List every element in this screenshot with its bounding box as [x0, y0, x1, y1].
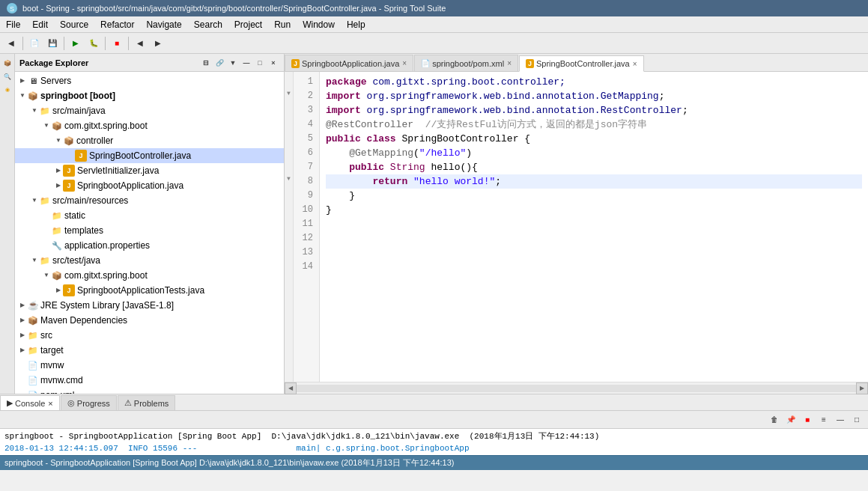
tree-item[interactable]: ▼📦springboot [boot] [15, 88, 284, 103]
console-tab-close[interactable]: × [48, 399, 52, 408]
fold-marker[interactable]: ▼ [285, 86, 293, 100]
tree-item[interactable]: ▼📦com.gitxt.spring.boot [15, 268, 284, 283]
tree-item[interactable]: ▼📦com.gitxt.spring.boot [15, 118, 284, 133]
tree-item[interactable]: ▶☕JRE System Library [JavaSE-1.8] [15, 298, 284, 313]
debug-button[interactable]: 🐛 [85, 35, 102, 52]
pe-collapse-all[interactable]: ⊟ [200, 57, 212, 69]
tree-item[interactable]: ▶JSpringbootApplication.java [15, 178, 284, 193]
tree-item[interactable]: ▶JSpringbootApplicationTests.java [15, 283, 284, 298]
tree-item[interactable]: 📁templates [15, 223, 284, 238]
menu-item-search[interactable]: Search [188, 18, 228, 31]
tree-item[interactable]: ▶📁target [15, 343, 284, 358]
search-icon[interactable]: 🔍 [1, 70, 13, 82]
code-editor[interactable]: ▼▼ 1234567891011121314 package com.gitxt… [285, 72, 868, 382]
tree-node-icon: 📁 [39, 195, 51, 207]
pe-close[interactable]: × [267, 57, 279, 69]
expand-arrow-icon[interactable]: ▶ [54, 166, 63, 175]
next-button[interactable]: ▶ [150, 35, 166, 52]
fold-marker [285, 257, 293, 271]
expand-arrow-icon[interactable]: ▶ [18, 316, 27, 325]
menu-item-file[interactable]: File [0, 18, 26, 31]
scroll-track[interactable] [297, 385, 856, 392]
expand-arrow-icon[interactable]: ▶ [18, 331, 27, 340]
fold-marker [285, 200, 293, 214]
tree-item[interactable]: 📄pom.xml [15, 388, 284, 394]
expand-arrow-icon[interactable]: ▶ [54, 181, 63, 190]
expand-arrow-icon[interactable]: ▼ [30, 256, 39, 265]
editor-tab-SpringbootApplication-java[interactable]: JSpringbootApplication.java× [285, 55, 413, 71]
expand-arrow-icon[interactable]: ▼ [42, 121, 51, 130]
expand-arrow-icon[interactable]: ▶ [18, 301, 27, 310]
expand-arrow-icon[interactable]: ▼ [42, 271, 51, 280]
expand-arrow-icon[interactable]: ▼ [30, 106, 39, 115]
tree-item[interactable]: ▶📦Maven Dependencies [15, 313, 284, 328]
tree-item[interactable]: ▼📁src/test/java [15, 253, 284, 268]
package-explorer-header: Package Explorer ⊟ 🔗 ▼ — □ × [15, 54, 284, 72]
editor-tab-springboot/pom-xml[interactable]: 📄springboot/pom.xml× [414, 55, 518, 71]
menu-item-navigate[interactable]: Navigate [140, 18, 187, 31]
console-tab-console[interactable]: ▶Console× [0, 395, 60, 410]
console-tab-problems[interactable]: ⚠Problems [118, 395, 175, 410]
expand-arrow-icon[interactable]: ▼ [18, 91, 27, 100]
console-maximize[interactable]: □ [849, 412, 865, 428]
tree-item[interactable]: ▶JServletInitializer.java [15, 163, 284, 178]
tree-item[interactable]: 📄mvnw [15, 358, 284, 373]
clear-console-button[interactable]: 🗑 [766, 412, 783, 428]
save-button[interactable]: 💾 [44, 35, 61, 52]
pe-link-editor[interactable]: 🔗 [213, 57, 225, 69]
menu-item-project[interactable]: Project [228, 18, 268, 31]
expand-arrow-icon[interactable]: ▼ [54, 136, 63, 145]
expand-arrow-icon[interactable]: ▶ [18, 346, 27, 355]
scroll-right[interactable]: ▶ [856, 382, 868, 394]
tab-close-button[interactable]: × [633, 60, 637, 68]
editor-tab-SpringBootController-java[interactable]: JSpringBootController.java× [519, 55, 644, 72]
menu-item-run[interactable]: Run [268, 18, 297, 31]
explorer-icon[interactable]: 📦 [1, 57, 13, 69]
fold-marker[interactable]: ▼ [285, 171, 293, 186]
stop-console-button[interactable]: ■ [799, 412, 816, 428]
console-minimize[interactable]: — [832, 412, 849, 428]
tab-close-button[interactable]: × [402, 59, 407, 67]
tree-item[interactable]: ▶📁src [15, 328, 284, 343]
tree-item-label: controller [76, 134, 113, 147]
tab-label: springboot/pom.xml [432, 59, 504, 68]
menu-item-source[interactable]: Source [54, 18, 94, 31]
tab-close-button[interactable]: × [507, 59, 512, 67]
pin-console-button[interactable]: 📌 [783, 412, 799, 428]
back-button[interactable]: ◀ [3, 35, 19, 52]
fold-marker [285, 72, 293, 86]
prev-button[interactable]: ◀ [132, 35, 148, 52]
menu-bar: FileEditSourceRefactorNavigateSearchProj… [0, 16, 868, 33]
menu-item-window[interactable]: Window [297, 18, 341, 31]
scroll-left[interactable]: ◀ [285, 382, 297, 394]
menu-item-help[interactable]: Help [341, 18, 371, 31]
tree-item[interactable]: ▶🖥Servers [15, 73, 284, 88]
tree-item-label: Maven Dependencies [40, 314, 127, 327]
tree-item[interactable]: ▼📦controller [15, 133, 284, 148]
pe-minimize[interactable]: — [240, 57, 252, 69]
fold-marker [285, 129, 293, 143]
expand-arrow-icon[interactable]: ▶ [54, 286, 63, 295]
expand-arrow-icon[interactable]: ▶ [18, 76, 27, 85]
stop-button[interactable]: ■ [109, 35, 125, 52]
tree-node-icon: 📄 [27, 389, 39, 394]
tree-item-label: target [40, 344, 64, 357]
tree-item[interactable]: 📁static [15, 208, 284, 223]
tree-item[interactable]: ▼📁src/main/resources [15, 193, 284, 208]
tree-item[interactable]: ▼📁src/main/java [15, 103, 284, 118]
console-menu-button[interactable]: ≡ [816, 412, 832, 428]
git-icon[interactable]: ◉ [1, 84, 13, 96]
expand-arrow-icon[interactable]: ▼ [30, 196, 39, 205]
pe-menu[interactable]: ▼ [227, 57, 239, 69]
editor-scrollbar[interactable]: ◀ ▶ [285, 382, 868, 394]
tree-item[interactable]: JSpringBootController.java [15, 148, 284, 163]
line-number: 3 [295, 103, 316, 118]
run-button[interactable]: ▶ [67, 35, 84, 52]
pe-maximize[interactable]: □ [254, 57, 266, 69]
tree-item[interactable]: 📄mvnw.cmd [15, 373, 284, 388]
menu-item-refactor[interactable]: Refactor [94, 18, 140, 31]
console-tab-progress[interactable]: ◎Progress [61, 395, 117, 410]
menu-item-edit[interactable]: Edit [26, 18, 54, 31]
new-button[interactable]: 📄 [26, 35, 43, 52]
tree-item[interactable]: 🔧application.properties [15, 238, 284, 253]
